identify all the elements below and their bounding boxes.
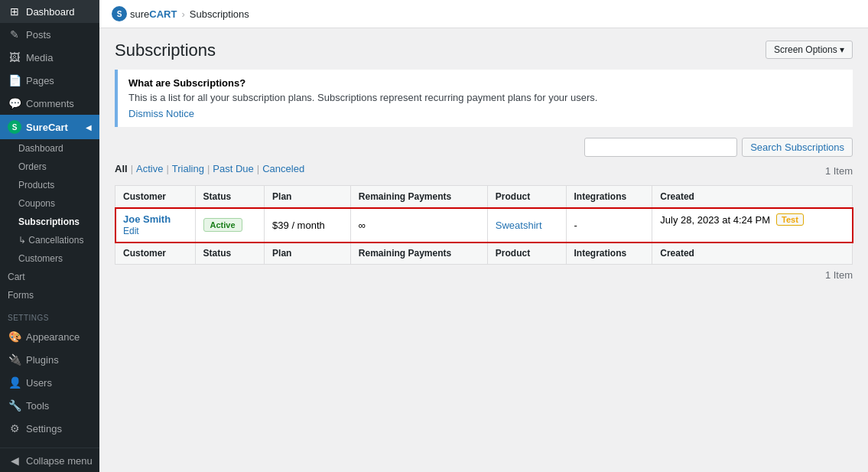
col-created-footer: Created (652, 243, 853, 265)
col-remaining-footer: Remaining Payments (350, 243, 487, 265)
cell-created: July 28, 2023 at 4:24 PM Test (652, 208, 852, 231)
sidebar-sub-label: Orders (18, 161, 47, 172)
filter-past-due[interactable]: Past Due (213, 163, 253, 174)
notice-title: What are Subscriptions? (128, 77, 842, 89)
sidebar-item-settings[interactable]: ⚙ Settings (0, 417, 99, 440)
dismiss-link[interactable]: Dismiss Notice (128, 108, 194, 119)
sidebar-item-label: Pages (26, 75, 54, 86)
search-input[interactable] (584, 138, 737, 157)
breadcrumb-bar: S sureCART › Subscriptions (99, 0, 868, 28)
bottom-count: 1 Item (115, 269, 853, 281)
breadcrumb-logo-text: sureCART (130, 8, 177, 20)
cell-product: Sweatshirt (487, 208, 566, 243)
appearance-icon: 🎨 (8, 330, 21, 343)
sidebar-item-label: Posts (26, 29, 51, 41)
comments-icon: 💬 (8, 97, 21, 109)
sidebar-sub-label: Subscriptions (18, 216, 80, 227)
sidebar-item-appearance[interactable]: 🎨 Appearance (0, 325, 99, 348)
sidebar-item-pages[interactable]: 📄 Pages (0, 69, 99, 92)
filter-all[interactable]: All (115, 163, 128, 174)
cell-customer: Joe Smith Edit (115, 208, 196, 243)
notice-text: This is a list for all your subscription… (128, 92, 842, 103)
cell-plan: $39 / month (265, 208, 351, 243)
users-icon: 👤 (8, 376, 21, 389)
sidebar-cart[interactable]: Cart (0, 268, 99, 286)
sidebar-sub-dashboard[interactable]: Dashboard (0, 139, 99, 158)
collapse-icon: ◀ (8, 454, 21, 467)
sidebar-item-dashboard[interactable]: ⊞ Dashboard (0, 0, 99, 23)
sidebar-item-label: Dashboard (26, 6, 75, 18)
sidebar-sub-subscriptions[interactable]: Subscriptions (0, 213, 99, 231)
sidebar-sub-coupons[interactable]: Coupons (0, 194, 99, 213)
edit-link[interactable]: Edit (123, 226, 139, 236)
sidebar-sub-cancellations[interactable]: ↳ Cancellations (0, 231, 99, 249)
tools-icon: 🔧 (8, 399, 21, 412)
sidebar-sub-label: Coupons (18, 198, 55, 209)
sidebar: ⊞ Dashboard ✎ Posts 🖼 Media 📄 Pages 💬 Co… (0, 0, 99, 472)
sidebar-sub-customers[interactable]: Customers (0, 249, 99, 268)
sidebar-sub-label: Dashboard (18, 143, 63, 154)
sidebar-item-media[interactable]: 🖼 Media (0, 46, 99, 69)
breadcrumb-logo[interactable]: S sureCART (112, 6, 177, 21)
collapse-label: Collapse menu (26, 455, 93, 467)
table-row: Joe Smith Edit Active $39 / month ∞ Swea… (115, 208, 853, 243)
created-date: July 28, 2023 at 4:24 PM (660, 214, 770, 226)
dashboard-icon: ⊞ (8, 5, 21, 18)
sidebar-forms[interactable]: Forms (0, 286, 99, 304)
plugins-icon: 🔌 (8, 353, 21, 366)
page-title: Subscriptions (115, 41, 216, 60)
cell-integrations: - (566, 208, 652, 243)
col-product: Product (487, 186, 566, 208)
sidebar-sub-label: ↳ Cancellations (18, 235, 83, 246)
pages-icon: 📄 (8, 74, 21, 86)
filter-bar: All | Active | Trialing | Past Due | Can… (115, 163, 853, 179)
cell-remaining: ∞ (350, 208, 487, 243)
col-status-footer: Status (195, 243, 265, 265)
media-icon: 🖼 (8, 51, 21, 63)
filter-canceled[interactable]: Canceled (262, 163, 304, 174)
settings-icon: ⚙ (8, 422, 21, 435)
screen-options-button[interactable]: Screen Options ▾ (766, 41, 853, 59)
surecart-arrow-icon: ◀ (86, 123, 92, 132)
sidebar-item-users[interactable]: 👤 Users (0, 371, 99, 394)
sidebar-item-plugins[interactable]: 🔌 Plugins (0, 348, 99, 371)
sidebar-item-label: Settings (26, 423, 62, 435)
product-link[interactable]: Sweatshirt (496, 220, 542, 231)
sidebar-item-comments[interactable]: 💬 Comments (0, 92, 99, 115)
filter-count: 1 Item (825, 165, 853, 177)
status-badge: Active (203, 218, 242, 232)
col-plan-footer: Plan (265, 243, 351, 265)
surecart-icon: S (8, 120, 21, 134)
settings-section-label: Settings (0, 304, 99, 325)
filter-tabs: All | Active | Trialing | Past Due | Can… (115, 163, 304, 174)
sidebar-item-label: Appearance (26, 331, 80, 343)
page-header: Subscriptions Screen Options ▾ (115, 41, 853, 60)
sidebar-item-label: Users (26, 377, 52, 389)
table-footer-row: Customer Status Plan Remaining Payments … (115, 243, 853, 265)
col-status: Status (195, 186, 265, 208)
sidebar-sub-orders[interactable]: Orders (0, 158, 99, 176)
surecart-logo-icon: S (112, 6, 127, 21)
sidebar-item-label: Tools (26, 400, 49, 412)
filter-active[interactable]: Active (136, 163, 163, 174)
col-integrations-footer: Integrations (566, 243, 652, 265)
posts-icon: ✎ (8, 28, 21, 41)
col-plan: Plan (265, 186, 351, 208)
sidebar-sub-label: Cart (8, 272, 25, 282)
search-bar: Search Subscriptions (115, 138, 853, 157)
sidebar-collapse[interactable]: ◀ Collapse menu (0, 448, 99, 472)
filter-trialing[interactable]: Trialing (172, 163, 204, 174)
sidebar-item-label: Comments (26, 98, 74, 109)
subscriptions-table: Customer Status Plan Remaining Payments … (115, 185, 853, 265)
sidebar-item-surecart[interactable]: S SureCart ◀ (0, 115, 99, 139)
customer-link[interactable]: Joe Smith (123, 213, 171, 225)
col-created: Created (652, 186, 853, 208)
sidebar-sub-products[interactable]: Products (0, 176, 99, 194)
sidebar-sub-label: Customers (18, 253, 63, 264)
sidebar-item-posts[interactable]: ✎ Posts (0, 23, 99, 46)
search-button[interactable]: Search Subscriptions (742, 138, 853, 157)
cell-status: Active (195, 208, 265, 243)
col-customer: Customer (115, 186, 196, 208)
sidebar-item-tools[interactable]: 🔧 Tools (0, 394, 99, 417)
col-customer-footer: Customer (115, 243, 196, 265)
